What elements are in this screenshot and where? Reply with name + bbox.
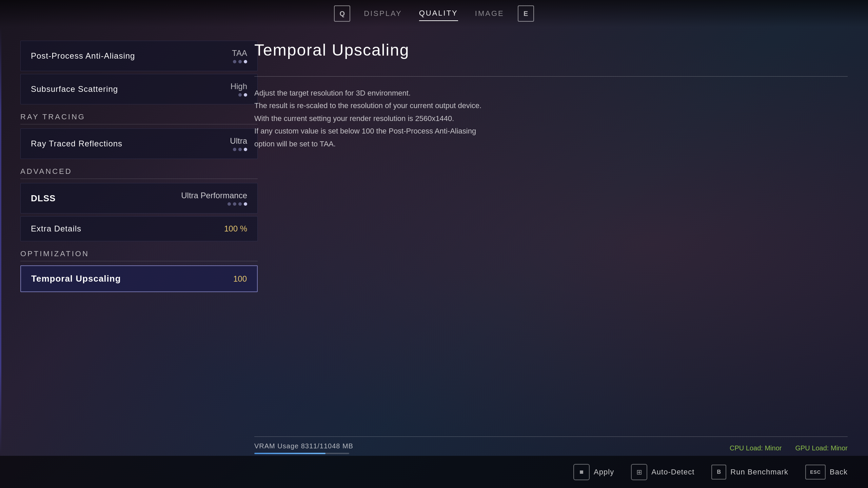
setting-ray-traced-reflections[interactable]: Ray Traced Reflections Ultra: [20, 128, 258, 159]
cpu-load: CPU Load: Minor: [730, 444, 782, 452]
cpu-value: Minor: [765, 444, 782, 452]
detail-description: Adjust the target resolution for 3D envi…: [254, 87, 848, 150]
dot1: [238, 93, 242, 97]
dot3: [238, 202, 242, 206]
dot1: [233, 148, 236, 151]
setting-label-post-process: Post-Process Anti-Aliasing: [31, 51, 135, 61]
vram-bar: [254, 453, 349, 454]
apply-label: Apply: [594, 468, 614, 476]
setting-value-subsurface: High: [231, 82, 247, 97]
tab-display[interactable]: DISPLAY: [364, 6, 402, 21]
setting-value-post-process: TAA: [232, 48, 247, 63]
dot2: [238, 60, 242, 63]
detail-title: Temporal Upscaling: [254, 41, 848, 59]
vram-section: VRAM Usage 8311/11048 MB: [254, 442, 353, 454]
auto-detect-icon: ⊞: [631, 464, 647, 480]
setting-subsurface-scattering[interactable]: Subsurface Scattering High: [20, 74, 258, 104]
setting-value-temporal-upscaling: 100: [233, 274, 247, 284]
action-auto-detect[interactable]: ⊞ Auto-Detect: [631, 464, 694, 480]
dots-post-process: [233, 60, 247, 63]
stats-bar: VRAM Usage 8311/11048 MB CPU Load: Minor…: [254, 436, 848, 454]
esc-key: ESC: [805, 465, 826, 480]
run-benchmark-key: B: [711, 465, 726, 480]
left-settings-panel: Post-Process Anti-Aliasing TAA Subsurfac…: [20, 27, 258, 454]
dots-dlss: [228, 202, 247, 206]
cpu-label: CPU Load:: [730, 444, 763, 452]
setting-value-ray-reflections: Ultra: [230, 136, 247, 151]
dot1: [228, 202, 231, 206]
vram-text: VRAM Usage 8311/11048 MB: [254, 442, 353, 450]
section-optimization: OPTIMIZATION: [20, 249, 258, 261]
setting-label-dlss: DLSS: [31, 193, 56, 204]
dot2-filled: [244, 93, 247, 97]
auto-detect-label: Auto-Detect: [651, 468, 694, 476]
dots-subsurface: [238, 93, 247, 97]
dot4-filled: [244, 202, 247, 206]
nav-key-q[interactable]: Q: [334, 5, 350, 22]
load-stats: CPU Load: Minor GPU Load: Minor: [730, 444, 848, 452]
section-ray-tracing: RAY TRACING: [20, 113, 258, 124]
setting-dlss[interactable]: DLSS Ultra Performance: [20, 183, 258, 214]
setting-label-extra-details: Extra Details: [31, 224, 81, 233]
tab-image[interactable]: IMAGE: [475, 6, 504, 21]
setting-extra-details[interactable]: Extra Details 100 %: [20, 216, 258, 241]
vram-fill: [254, 453, 326, 454]
dot3-filled: [244, 60, 247, 63]
left-accent-border: [0, 27, 1, 454]
dot3-filled: [244, 148, 247, 151]
top-navigation: Q DISPLAY QUALITY IMAGE E: [0, 0, 868, 27]
setting-label-temporal-upscaling: Temporal Upscaling: [31, 273, 121, 284]
dot2: [233, 202, 236, 206]
tab-quality[interactable]: QUALITY: [419, 6, 458, 21]
right-panel-header: Temporal Upscaling: [254, 41, 848, 77]
setting-label-ray-reflections: Ray Traced Reflections: [31, 139, 122, 148]
dot1: [233, 60, 236, 63]
setting-post-process-anti-aliasing[interactable]: Post-Process Anti-Aliasing TAA: [20, 41, 258, 71]
gpu-load: GPU Load: Minor: [795, 444, 848, 452]
back-label: Back: [830, 468, 848, 476]
run-benchmark-label: Run Benchmark: [730, 468, 788, 476]
stats-bar-content: VRAM Usage 8311/11048 MB CPU Load: Minor…: [254, 436, 848, 454]
nav-tabs: DISPLAY QUALITY IMAGE: [364, 6, 504, 21]
apply-icon: ■: [573, 464, 590, 480]
setting-value-dlss: Ultra Performance: [181, 191, 247, 206]
nav-key-e[interactable]: E: [518, 5, 534, 22]
dot2: [238, 148, 242, 151]
section-advanced: ADVANCED: [20, 167, 258, 179]
dots-ray-reflections: [233, 148, 247, 151]
action-run-benchmark[interactable]: B Run Benchmark: [711, 465, 788, 480]
gpu-label: GPU Load:: [795, 444, 829, 452]
setting-temporal-upscaling[interactable]: Temporal Upscaling 100: [20, 265, 258, 292]
action-back[interactable]: ESC Back: [805, 465, 848, 480]
setting-label-subsurface: Subsurface Scattering: [31, 84, 118, 94]
bottom-action-bar: ■ Apply ⊞ Auto-Detect B Run Benchmark ES…: [0, 456, 868, 488]
setting-value-extra-details: 100 %: [224, 224, 247, 233]
gpu-value: Minor: [831, 444, 848, 452]
right-detail-panel: Temporal Upscaling Adjust the target res…: [254, 27, 848, 150]
action-apply[interactable]: ■ Apply: [573, 464, 614, 480]
